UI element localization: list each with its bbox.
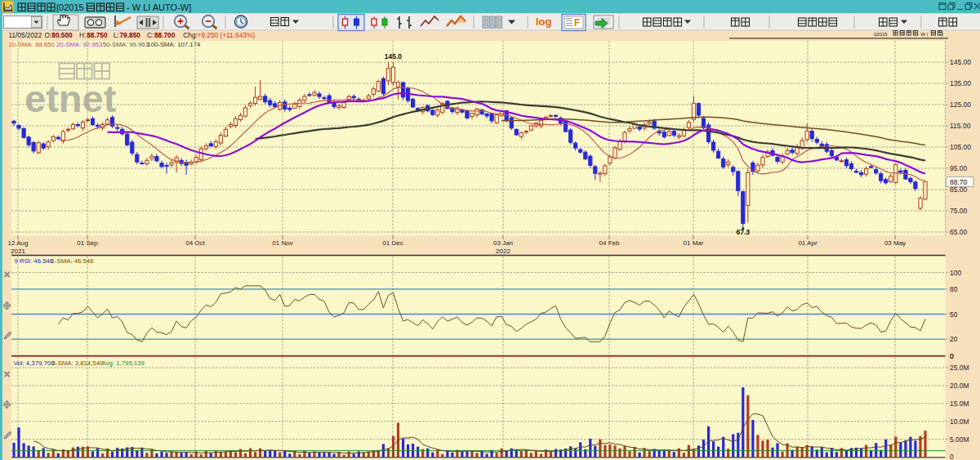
svg-text:01 Nov: 01 Nov (272, 239, 292, 247)
svg-text:25.0M: 25.0M (950, 364, 969, 372)
svg-text:145.0: 145.0 (385, 52, 403, 60)
svg-text:01 Apr: 01 Apr (798, 239, 817, 247)
svg-text:0: 0 (950, 453, 954, 460)
svg-text:88.750: 88.750 (87, 31, 108, 39)
svg-text:9 RSI: 46.546: 9 RSI: 46.546 (15, 257, 54, 265)
svg-text:5-SMA: 3,814,540: 5-SMA: 3,814,540 (52, 360, 105, 367)
svg-text:etnet: etnet (24, 77, 117, 120)
svg-text:95.00: 95.00 (950, 164, 968, 172)
svg-text:5.00M: 5.00M (950, 435, 969, 444)
svg-text:75.00: 75.00 (950, 207, 968, 215)
svg-text:2022: 2022 (496, 248, 510, 255)
svg-text:[02015: [02015 (56, 2, 84, 12)
svg-text:01 Sep: 01 Sep (77, 239, 98, 247)
svg-text:67.3: 67.3 (737, 228, 751, 236)
svg-text:115.00: 115.00 (950, 122, 971, 130)
svg-text:Avg: 1,795,139: Avg: 1,795,139 (102, 360, 145, 367)
svg-text:C:: C: (147, 31, 154, 39)
svg-text:88.70: 88.70 (950, 178, 968, 186)
svg-text:Vol: 4,379,700: Vol: 4,379,700 (14, 360, 56, 367)
svg-text:03 Jan: 03 Jan (493, 239, 513, 247)
svg-text:50-SMA: 99.963: 50-SMA: 99.963 (103, 41, 149, 48)
svg-text:1-SMA: 46.546: 1-SMA: 46.546 (51, 257, 94, 265)
svg-text:): ) (942, 32, 943, 37)
svg-text:12 Aug: 12 Aug (8, 239, 29, 247)
svg-text:125.00: 125.00 (950, 100, 971, 109)
svg-text:79.850: 79.850 (120, 31, 141, 39)
svg-text:20: 20 (950, 335, 958, 343)
svg-text:O:: O: (45, 31, 52, 39)
svg-text:10.0M: 10.0M (950, 418, 969, 426)
svg-text:0: 0 (950, 352, 954, 360)
svg-text:H:: H: (79, 31, 86, 39)
svg-text:01 Mar: 01 Mar (684, 239, 704, 247)
svg-text:11/05/2022: 11/05/2022 (8, 31, 42, 39)
svg-text:15.0M: 15.0M (950, 400, 969, 408)
svg-text:L:: L: (114, 31, 119, 39)
svg-text:10-SMA: 88.650: 10-SMA: 88.650 (8, 41, 55, 48)
svg-text:135.00: 135.00 (950, 79, 971, 87)
svg-text:105.00: 105.00 (950, 143, 971, 151)
svg-text:log: log (536, 16, 552, 28)
svg-text:100-SMA: 107.174: 100-SMA: 107.174 (147, 41, 201, 48)
svg-text:03 May: 03 May (884, 239, 906, 247)
svg-text:- W LI AUTO-W]: - W LI AUTO-W] (127, 2, 191, 12)
svg-text:F: F (574, 17, 580, 29)
svg-text:20-SMA: 92.953: 20-SMA: 92.953 (56, 41, 102, 48)
svg-text:50: 50 (950, 310, 958, 319)
svg-text:2021: 2021 (11, 248, 25, 255)
svg-text:04 Feb: 04 Feb (599, 239, 620, 247)
svg-text:04 Oct: 04 Oct (185, 239, 205, 247)
svg-text:145.00: 145.00 (950, 58, 971, 66)
svg-text:+9.250 (+11.643%): +9.250 (+11.643%) (198, 31, 256, 39)
svg-text:Chg:: Chg: (183, 31, 198, 39)
svg-text:88.700: 88.700 (154, 31, 176, 39)
svg-text:02015: 02015 (874, 32, 888, 37)
svg-text:80: 80 (950, 285, 958, 293)
svg-text:20.0M: 20.0M (950, 382, 969, 390)
svg-text:01 Dec: 01 Dec (382, 239, 403, 247)
svg-text:80.500: 80.500 (51, 31, 73, 39)
svg-text:- W (: - W ( (918, 32, 929, 37)
svg-text:100: 100 (950, 269, 961, 277)
svg-text:65.00: 65.00 (950, 228, 968, 236)
